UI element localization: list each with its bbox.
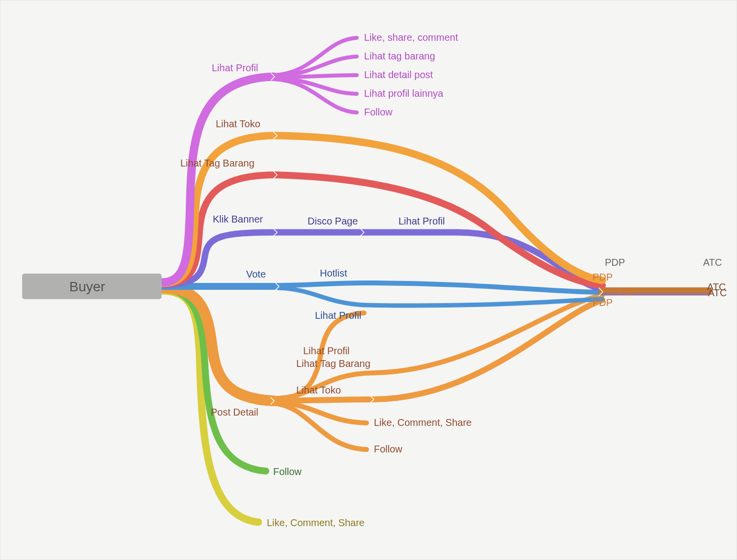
flow-vote-lp: [278, 288, 364, 305]
label-kb-lp: Lihat Profil: [398, 216, 445, 226]
label-atc-s2: ATC: [708, 287, 727, 298]
label-lp-fol: Follow: [364, 107, 393, 117]
label-lihat-profil: Lihat Profil: [212, 62, 258, 73]
flow-pd-toko-to-pdp: [374, 300, 602, 399]
flow-vote-lp-pdp: [364, 299, 602, 306]
label-pdp-s2: PDP: [619, 286, 639, 297]
label-lp-prof: Lihat profil lainnya: [364, 88, 444, 99]
label-klik-banner: Klik Banner: [213, 214, 263, 224]
label-follow: Follow: [273, 466, 302, 477]
flow-lt-pdp: [276, 136, 602, 280]
flow-hotlist-pdp: [364, 283, 602, 292]
label-pdp-big: PDP: [605, 257, 625, 268]
label-hotlist: Hotlist: [320, 268, 347, 279]
label-lp-like: Like, share, comment: [364, 32, 458, 43]
label-disco: Disco Page: [308, 216, 358, 226]
label-lihat-tag-barang: Lihat Tag Barang: [180, 158, 255, 168]
root-label: Buyer: [69, 279, 105, 294]
label-lp-tag: Lihat tag barang: [364, 51, 435, 61]
label-pd-toko: Lihat Toko: [296, 385, 341, 395]
label-pdp-s1: PDP: [593, 272, 613, 282]
sankey-diagram: Buyer Lihat Profil Like, share, comment …: [0, 0, 737, 560]
label-post-detail: Post Detail: [211, 407, 258, 418]
label-lp-det: Lihat detail post: [364, 69, 433, 80]
label-pd-tag: Lihat Tag Barang: [296, 358, 370, 369]
label-lihat-toko: Lihat Toko: [216, 118, 260, 129]
flow-follow: [161, 289, 266, 471]
label-pdp-s3: PDP: [593, 297, 613, 308]
label-pd-fol: Follow: [374, 444, 402, 454]
flow-vote-hotlist: [278, 283, 364, 285]
label-atc-big: ATC: [703, 257, 722, 268]
label-vote: Vote: [246, 269, 266, 280]
flow-lp-c3: [273, 75, 357, 77]
flow-post-detail-trunk: [161, 288, 273, 401]
label-vote-lp: Lihat Profil: [315, 310, 362, 321]
label-pd-like: Like, Comment, Share: [374, 417, 472, 428]
flow-lihat-profil-trunk: [161, 77, 273, 282]
label-pd-lp: Lihat Profil: [303, 345, 350, 356]
label-lcs: Like, Comment, Share: [267, 517, 365, 528]
flow-pd-toko: [273, 399, 374, 401]
